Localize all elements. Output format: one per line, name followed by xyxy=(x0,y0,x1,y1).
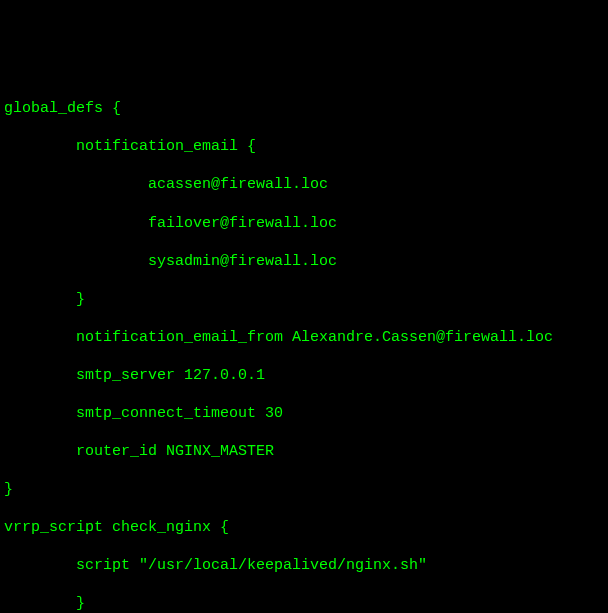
code-line: vrrp_script check_nginx { xyxy=(4,518,604,537)
code-line: smtp_server 127.0.0.1 xyxy=(4,366,604,385)
terminal-output: global_defs { notification_email { acass… xyxy=(4,80,604,613)
code-line: router_id NGINX_MASTER xyxy=(4,442,604,461)
code-line: acassen@firewall.loc xyxy=(4,175,604,194)
code-line: global_defs { xyxy=(4,99,604,118)
code-line: } xyxy=(4,290,604,309)
code-line: smtp_connect_timeout 30 xyxy=(4,404,604,423)
code-line: script "/usr/local/keepalived/nginx.sh" xyxy=(4,556,604,575)
code-line: notification_email { xyxy=(4,137,604,156)
code-line: } xyxy=(4,480,604,499)
code-line: notification_email_from Alexandre.Cassen… xyxy=(4,328,604,347)
code-line: failover@firewall.loc xyxy=(4,214,604,233)
code-line: sysadmin@firewall.loc xyxy=(4,252,604,271)
code-line: } xyxy=(4,594,604,613)
